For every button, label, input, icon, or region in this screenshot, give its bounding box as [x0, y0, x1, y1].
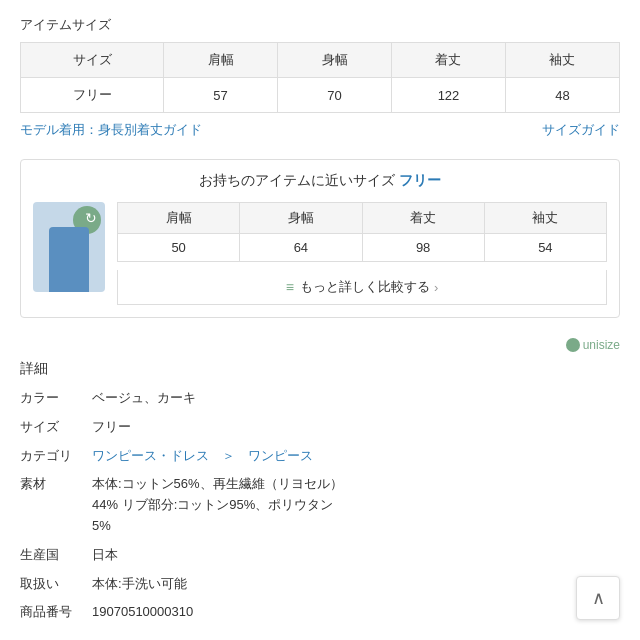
my-cell-sleeve: 54	[484, 234, 606, 262]
detail-row-category: カテゴリ ワンピース・ドレス ＞ ワンピース	[20, 446, 620, 467]
scroll-top-icon: ∧	[592, 587, 605, 609]
size-links: モデル着用：身長別着丈ガイド サイズガイド	[20, 121, 620, 139]
scroll-top-button[interactable]: ∧	[576, 576, 620, 620]
detail-value-color: ベージュ、カーキ	[92, 388, 620, 409]
detail-value-care: 本体:手洗い可能	[92, 574, 620, 595]
my-col-shoulder: 肩幅	[118, 203, 240, 234]
compare-text: もっと詳しく比較する	[300, 278, 430, 296]
cell-sleeve: 48	[505, 78, 619, 113]
cell-width: 70	[278, 78, 392, 113]
unisize-circle-icon	[566, 338, 580, 352]
detail-value-category[interactable]: ワンピース・ドレス ＞ ワンピース	[92, 446, 620, 467]
detail-value-material: 本体:コットン56%、再生繊維（リヨセル）44% リブ部分:コットン95%、ポリ…	[92, 474, 620, 536]
item-size-section: アイテムサイズ サイズ 肩幅 身幅 着丈 袖丈 フリー 57 70 122 48	[20, 16, 620, 139]
detail-row-care: 取扱い 本体:手洗い可能	[20, 574, 620, 595]
col-shoulder: 肩幅	[164, 43, 278, 78]
item-size-table: サイズ 肩幅 身幅 着丈 袖丈 フリー 57 70 122 48	[20, 42, 620, 113]
my-col-length: 着丈	[362, 203, 484, 234]
unisize-badge: unisize	[20, 338, 620, 352]
detail-row-color: カラー ベージュ、カーキ	[20, 388, 620, 409]
detail-value-country: 日本	[92, 545, 620, 566]
my-size-table-wrapper: 肩幅 身幅 着丈 袖丈 50 64 98 54	[117, 202, 607, 305]
compare-chevron-icon: ›	[434, 280, 438, 295]
my-size-content: 肩幅 身幅 着丈 袖丈 50 64 98 54	[33, 202, 607, 305]
compare-link[interactable]: ≡ もっと詳しく比較する ›	[117, 270, 607, 305]
cell-shoulder: 57	[164, 78, 278, 113]
details-section: 詳細 カラー ベージュ、カーキ サイズ フリー カテゴリ ワンピース・ドレス ＞…	[20, 360, 620, 623]
my-size-table: 肩幅 身幅 着丈 袖丈 50 64 98 54	[117, 202, 607, 262]
table-header-row: サイズ 肩幅 身幅 着丈 袖丈	[21, 43, 620, 78]
my-size-data-row: 50 64 98 54	[118, 234, 607, 262]
detail-label-material: 素材	[20, 474, 92, 536]
my-size-header-text: お持ちのアイテムに近いサイズ	[199, 172, 395, 188]
detail-row-country: 生産国 日本	[20, 545, 620, 566]
my-cell-length: 98	[362, 234, 484, 262]
table-row: フリー 57 70 122 48	[21, 78, 620, 113]
model-guide-link[interactable]: モデル着用：身長別着丈ガイド	[20, 121, 202, 139]
detail-label-product-number: 商品番号	[20, 602, 92, 623]
detail-label-size: サイズ	[20, 417, 92, 438]
compare-icon: ≡	[286, 279, 294, 295]
col-width: 身幅	[278, 43, 392, 78]
my-size-header-row: 肩幅 身幅 着丈 袖丈	[118, 203, 607, 234]
my-col-width: 身幅	[240, 203, 362, 234]
detail-row-material: 素材 本体:コットン56%、再生繊維（リヨセル）44% リブ部分:コットン95%…	[20, 474, 620, 536]
my-size-free-label: フリー	[399, 172, 441, 188]
unisize-text: unisize	[583, 338, 620, 352]
col-sleeve: 袖丈	[505, 43, 619, 78]
page-wrapper: アイテムサイズ サイズ 肩幅 身幅 着丈 袖丈 フリー 57 70 122 48	[0, 0, 640, 640]
detail-label-care: 取扱い	[20, 574, 92, 595]
cell-length: 122	[392, 78, 506, 113]
size-guide-link[interactable]: サイズガイド	[542, 121, 620, 139]
details-title: 詳細	[20, 360, 620, 378]
dress-shape	[49, 227, 89, 292]
detail-row-size: サイズ フリー	[20, 417, 620, 438]
item-size-title: アイテムサイズ	[20, 16, 620, 34]
my-cell-width: 64	[240, 234, 362, 262]
my-col-sleeve: 袖丈	[484, 203, 606, 234]
cell-size-name: フリー	[21, 78, 164, 113]
detail-value-product-number: 19070510000310	[92, 602, 620, 623]
unisize-logo: unisize	[566, 338, 620, 352]
col-size: サイズ	[21, 43, 164, 78]
detail-value-size: フリー	[92, 417, 620, 438]
my-size-header: お持ちのアイテムに近いサイズ フリー	[33, 172, 607, 190]
my-cell-shoulder: 50	[118, 234, 240, 262]
detail-label-color: カラー	[20, 388, 92, 409]
product-image	[33, 202, 105, 292]
detail-label-country: 生産国	[20, 545, 92, 566]
detail-row-product-number: 商品番号 19070510000310	[20, 602, 620, 623]
col-length: 着丈	[392, 43, 506, 78]
my-size-card: お持ちのアイテムに近いサイズ フリー 肩幅 身幅 着丈 袖丈	[20, 159, 620, 318]
detail-label-category: カテゴリ	[20, 446, 92, 467]
